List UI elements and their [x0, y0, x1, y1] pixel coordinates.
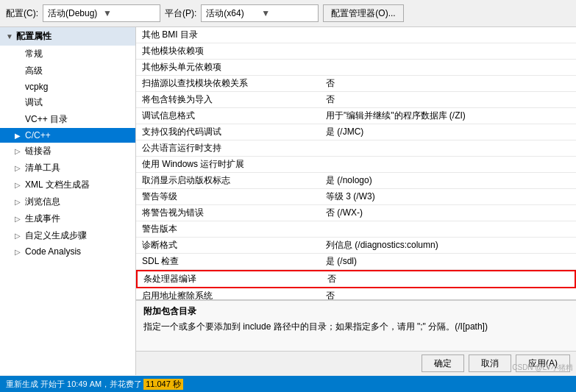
prop-name-8: 使用 Windows 运行时扩展 — [136, 157, 320, 172]
prop-name-4: 将包含转换为导入 — [136, 92, 320, 107]
tree-item-label-build_events: 生成事件 — [25, 213, 60, 225]
prop-value-7 — [320, 140, 576, 156]
tree-expand-icon-linker: ▷ — [15, 147, 22, 155]
prop-value-13: 列信息 (/diagnostics:column) — [320, 238, 576, 253]
prop-name-10: 警告等级 — [136, 189, 320, 204]
config-dropdown-arrow: ▼ — [103, 8, 155, 18]
tree-item-label-custom_build: 自定义生成步骤 — [25, 229, 87, 242]
tree-expand-icon-custom_build: ▷ — [15, 232, 22, 240]
tree-expand-icon-browse_info: ▷ — [15, 198, 22, 206]
prop-value-1 — [320, 43, 576, 59]
prop-row-1: 其他模块依赖项 — [136, 43, 576, 60]
config-label: 配置(C): — [6, 7, 38, 20]
tree-item-manifest_tool[interactable]: ▷清单工具 — [0, 160, 135, 177]
tree-expand-icon-manifest_tool: ▷ — [15, 164, 22, 172]
prop-value-12 — [320, 221, 576, 237]
tree-item-general[interactable]: 常规 — [0, 46, 135, 63]
prop-name-2: 其他标头单元依赖项 — [136, 60, 320, 75]
tree-item-linker[interactable]: ▷链接器 — [0, 143, 135, 160]
config-manager-button[interactable]: 配置管理器(O)... — [323, 4, 403, 22]
status-bar: 重新生成 开始于 10:49 AM，并花费了 11.047 秒 — [0, 376, 576, 392]
prop-name-1: 其他模块依赖项 — [136, 43, 320, 59]
prop-value-14: 是 (/sdl) — [320, 254, 576, 269]
tree-item-vcpkg[interactable]: vcpkg — [0, 79, 135, 94]
main-area: ▼ 配置属性 常规高级vcpkg调试VC++ 目录▶C/C++▷链接器▷清单工具… — [0, 27, 576, 375]
prop-name-14: SDL 检查 — [136, 254, 320, 269]
top-toolbar: 配置(C): 活动(Debug) ▼ 平台(P): 活动(x64) ▼ 配置管理… — [0, 0, 576, 27]
tree-item-browse_info[interactable]: ▷浏览信息 — [0, 193, 135, 210]
tree-item-code_analysis[interactable]: ▷Code Analysis — [0, 244, 135, 259]
prop-row-12: 警告版本 — [136, 221, 576, 238]
tree-expand-icon-code_analysis: ▷ — [15, 248, 22, 256]
tree-item-label-debug: 调试 — [25, 96, 43, 109]
prop-name-12: 警告版本 — [136, 221, 320, 237]
desc-title: 附加包含目录 — [143, 305, 569, 318]
tree-container: 常规高级vcpkg调试VC++ 目录▶C/C++▷链接器▷清单工具▷XML 文档… — [0, 46, 135, 259]
prop-name-5: 调试信息格式 — [136, 108, 320, 124]
prop-row-3: 扫描源以查找模块依赖关系否 — [136, 76, 576, 92]
prop-row-4: 将包含转换为导入否 — [136, 92, 576, 108]
tree-item-label-advanced: 高级 — [25, 65, 43, 77]
prop-value-11: 否 (/WX-) — [320, 205, 576, 221]
prop-row-14: SDL 检查是 (/sdl) — [136, 254, 576, 270]
prop-row-9: 取消显示启动版权标志是 (/nologo) — [136, 173, 576, 189]
prop-row-8: 使用 Windows 运行时扩展 — [136, 157, 576, 173]
tree-item-label-code_analysis: Code Analysis — [25, 246, 81, 257]
tree-item-debug[interactable]: 调试 — [0, 94, 135, 111]
prop-value-2 — [320, 60, 576, 75]
prop-name-0: 其他 BMI 目录 — [136, 27, 320, 43]
prop-name-6: 支持仅我的代码调试 — [136, 124, 320, 140]
prop-value-10: 等级 3 (/W3) — [320, 189, 576, 204]
tree-header-label: 配置属性 — [16, 30, 51, 43]
status-text: 重新生成 开始于 10:49 AM，并花费了 — [6, 379, 142, 390]
tree-item-label-linker: 链接器 — [25, 145, 51, 157]
prop-row-6: 支持仅我的代码调试是 (/JMC) — [136, 124, 576, 140]
tree-expand-icon-xml_gen: ▷ — [15, 181, 22, 189]
prop-row-0: 其他 BMI 目录 — [136, 27, 576, 43]
prop-value-0 — [320, 27, 576, 43]
prop-container: 其他 BMI 目录其他模块依赖项其他标头单元依赖项扫描源以查找模块依赖关系否将包… — [136, 27, 576, 299]
tree-item-cpp[interactable]: ▶C/C++ — [0, 128, 135, 143]
tree-item-vcpp_dirs[interactable]: VC++ 目录 — [0, 111, 135, 128]
ok-button[interactable]: 确定 — [422, 354, 464, 372]
prop-value-9: 是 (/nologo) — [320, 173, 576, 188]
tree-item-xml_gen[interactable]: ▷XML 文档生成器 — [0, 177, 135, 193]
tree-item-build_events[interactable]: ▷生成事件 — [0, 210, 135, 227]
watermark: CSDN @LV小猪精 — [512, 363, 573, 373]
config-value: 活动(Debug) — [48, 7, 100, 20]
prop-row-2: 其他标头单元依赖项 — [136, 60, 576, 76]
prop-name-13: 诊断格式 — [136, 238, 320, 253]
tree-item-custom_build[interactable]: ▷自定义生成步骤 — [0, 227, 135, 244]
prop-value-5: 用于"编辑并继续"的程序数据库 (/ZI) — [320, 108, 576, 124]
prop-value-15: 否 — [321, 271, 575, 287]
prop-row-11: 将警告视为错误否 (/WX-) — [136, 205, 576, 221]
prop-row-15[interactable]: 条处理器编译否 — [136, 270, 576, 288]
tree-header-icon: ▼ — [6, 32, 13, 40]
cancel-button[interactable]: 取消 — [469, 354, 511, 372]
prop-value-16: 否 — [320, 288, 576, 299]
prop-row-7: 公共语言运行时支持 — [136, 140, 576, 157]
left-panel: ▼ 配置属性 常规高级vcpkg调试VC++ 目录▶C/C++▷链接器▷清单工具… — [0, 27, 136, 375]
prop-name-9: 取消显示启动版权标志 — [136, 173, 320, 188]
platform-value: 活动(x64) — [206, 7, 258, 20]
description-box: 附加包含目录 指定一个或多个要添加到 include 路径中的目录；如果指定多个… — [136, 299, 576, 351]
prop-row-10: 警告等级等级 3 (/W3) — [136, 189, 576, 205]
prop-value-6: 是 (/JMC) — [320, 124, 576, 140]
prop-name-15: 条处理器编译 — [138, 271, 321, 287]
dialog-buttons: 确定 取消 应用(A) — [136, 351, 576, 375]
tree-item-label-manifest_tool: 清单工具 — [25, 162, 60, 174]
tree-item-label-xml_gen: XML 文档生成器 — [25, 179, 90, 191]
platform-dropdown[interactable]: 活动(x64) ▼ — [201, 4, 319, 22]
prop-name-3: 扫描源以查找模块依赖关系 — [136, 76, 320, 91]
platform-label: 平台(P): — [165, 7, 196, 20]
prop-value-8 — [320, 157, 576, 172]
config-dropdown[interactable]: 活动(Debug) ▼ — [43, 4, 160, 22]
prop-row-16: 启用地址擦除系统否 — [136, 288, 576, 299]
prop-value-4: 否 — [320, 92, 576, 107]
prop-row-13: 诊断格式列信息 (/diagnostics:column) — [136, 238, 576, 254]
tree-item-label-cpp: C/C++ — [25, 130, 51, 140]
right-panel: 其他 BMI 目录其他模块依赖项其他标头单元依赖项扫描源以查找模块依赖关系否将包… — [136, 27, 576, 375]
prop-name-16: 启用地址擦除系统 — [136, 288, 320, 299]
property-table: 其他 BMI 目录其他模块依赖项其他标头单元依赖项扫描源以查找模块依赖关系否将包… — [136, 27, 576, 299]
tree-item-advanced[interactable]: 高级 — [0, 63, 135, 79]
